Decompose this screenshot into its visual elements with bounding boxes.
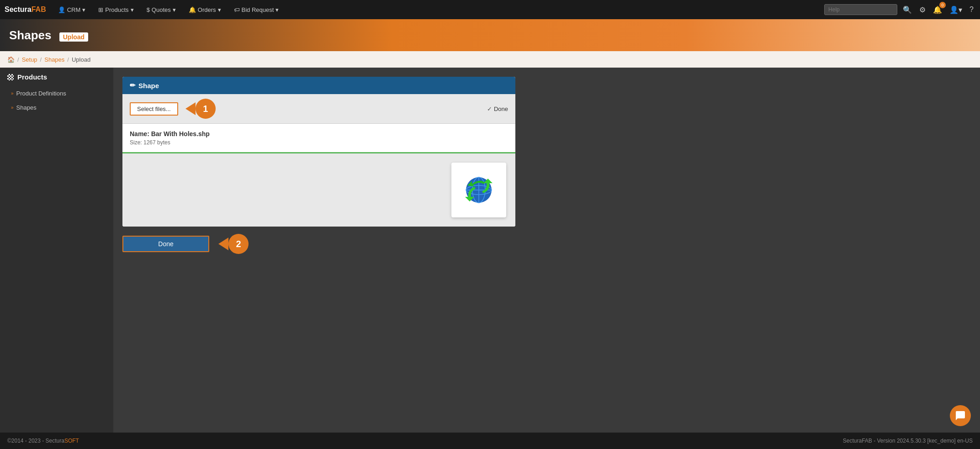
page-title: Shapes Upload	[9, 28, 88, 42]
footer-version: SecturaFAB - Version 2024.5.30.3 [kec_de…	[843, 438, 973, 444]
edit-icon: ✏	[130, 81, 136, 90]
chevron-down-icon: ▾	[131, 6, 134, 13]
grid-products-icon	[7, 74, 14, 80]
search-icon[interactable]: 🔍	[901, 4, 914, 16]
breadcrumb: 🏠 / Setup / Shapes / Upload	[0, 51, 980, 68]
breadcrumb-shapes[interactable]: Shapes	[44, 56, 64, 63]
sidebar-item-shapes[interactable]: » Shapes	[0, 100, 113, 115]
footer: ©2014 - 2023 - SecturaSOFT SecturaFAB - …	[0, 433, 980, 449]
callout-2: 2	[228, 234, 249, 254]
upload-tag: Upload	[59, 32, 88, 42]
file-size: Size: 1267 bytes	[130, 139, 508, 146]
page-header: Shapes Upload	[0, 19, 980, 51]
callout-arrow-1	[185, 102, 196, 115]
done-button[interactable]: Done	[122, 236, 209, 252]
nav-orders[interactable]: 🔔 Orders ▾	[183, 4, 227, 16]
home-icon[interactable]: 🏠	[7, 56, 15, 63]
shape-panel-title: Shape	[138, 82, 159, 90]
chevron-down-icon: ▾	[173, 6, 176, 13]
nav-quotes[interactable]: $ Quotes ▾	[141, 4, 181, 16]
chevron-down-icon: ▾	[275, 6, 279, 13]
sidebar-item-product-definitions[interactable]: » Product Definitions	[0, 86, 113, 100]
nav-products[interactable]: ⊞ Products ▾	[93, 4, 139, 16]
top-nav: SecturaFAB 👤 CRM ▾ ⊞ Products ▾ $ Quotes…	[0, 0, 980, 19]
callout-arrow-2	[218, 238, 228, 250]
globe-preview	[451, 163, 506, 217]
notification-icon[interactable]: 🔔 0	[931, 4, 944, 16]
done-button-row: Done 2	[122, 227, 971, 261]
sidebar-section-label: Products	[17, 73, 47, 81]
callout-1-container: 1	[185, 99, 216, 119]
callout-1: 1	[196, 99, 216, 119]
notification-badge: 0	[939, 2, 946, 8]
sidebar-item-label: Product Definitions	[16, 90, 66, 97]
bell-icon: 🔔	[189, 6, 196, 13]
chevron-down-icon: ▾	[218, 6, 221, 13]
nav-right-actions: 🔍 ⚙ 🔔 0 👤▾ ?	[824, 4, 975, 16]
done-link[interactable]: ✓ Done	[487, 106, 508, 112]
footer-copyright: ©2014 - 2023 - SecturaSOFT	[7, 438, 79, 444]
user-icon[interactable]: 👤▾	[948, 4, 964, 16]
globe-icon	[458, 169, 499, 211]
preview-area	[122, 153, 515, 227]
shape-panel-body: Select files... 1 ✓ Done Name: Bar With …	[122, 94, 515, 227]
upload-row: Select files... 1 ✓ Done	[122, 94, 515, 124]
nav-bid-request[interactable]: 🏷 Bid Request ▾	[228, 4, 285, 16]
file-name: Name: Bar With Holes.shp	[130, 130, 508, 137]
settings-icon[interactable]: ⚙	[917, 4, 927, 16]
arrow-icon: »	[11, 105, 14, 110]
nav-crm[interactable]: 👤 CRM ▾	[53, 4, 91, 16]
brand-logo[interactable]: SecturaFAB	[5, 5, 46, 14]
dollar-icon: $	[147, 6, 150, 13]
sidebar-item-label: Shapes	[16, 104, 37, 111]
help-input[interactable]	[824, 4, 897, 15]
shape-panel: ✏ Shape Select files... 1 ✓ Done	[122, 77, 515, 227]
select-files-button[interactable]: Select files...	[130, 102, 178, 116]
chat-icon	[955, 410, 966, 421]
sidebar-section-header: Products	[0, 68, 113, 86]
breadcrumb-setup[interactable]: Setup	[22, 56, 37, 63]
arrow-icon: »	[11, 91, 14, 96]
chevron-down-icon: ▾	[82, 6, 85, 13]
breadcrumb-upload: Upload	[72, 56, 90, 63]
person-icon: 👤	[58, 6, 65, 13]
grid-icon: ⊞	[98, 6, 103, 13]
tag-icon: 🏷	[234, 6, 240, 13]
sidebar: Products » Product Definitions » Shapes	[0, 68, 113, 433]
help-question-icon[interactable]: ?	[968, 4, 975, 16]
main-layout: Products » Product Definitions » Shapes …	[0, 68, 980, 433]
check-icon: ✓	[487, 106, 492, 112]
callout-2-container: 2	[218, 234, 249, 254]
shape-panel-header: ✏ Shape	[122, 77, 515, 94]
main-content: ✏ Shape Select files... 1 ✓ Done	[113, 68, 980, 433]
chat-bubble[interactable]	[950, 405, 971, 426]
file-info: Name: Bar With Holes.shp Size: 1267 byte…	[122, 124, 515, 153]
footer-brand: SOFT	[64, 438, 79, 444]
